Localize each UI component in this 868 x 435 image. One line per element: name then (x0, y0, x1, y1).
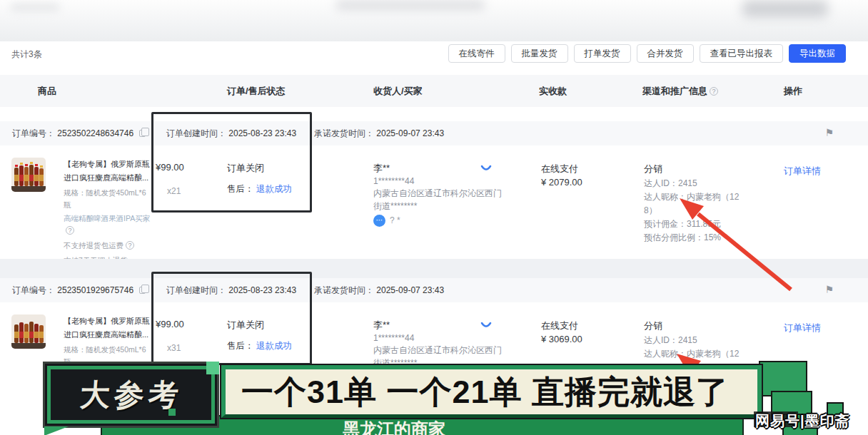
info-icon[interactable]: ? (710, 87, 718, 96)
talent-name: 达人昵称：内蒙老狗（12 (644, 190, 767, 204)
order-number-value: 2523501929675746 (57, 285, 133, 295)
col-header-action: 操作 (784, 85, 802, 98)
im-icon[interactable] (480, 321, 492, 334)
buyer-address: 内蒙古自治区通辽市科尔沁区西门 (373, 188, 541, 200)
product-info: 【老狗专属】俄罗斯原瓶进口疯狂麋鹿高端精酿... 规格：随机发货450mL*6瓶… (64, 158, 151, 267)
col-header-paid: 实收款 (539, 85, 567, 98)
col-header-channel: 渠道和推广信息? (642, 85, 718, 98)
order-2-number: 订单编号： 2523501929675746 (12, 285, 146, 297)
order-number-label: 订单编号： (12, 128, 55, 138)
talent-id: 达人ID：2415 (644, 177, 767, 190)
buyer-name: 李** (373, 163, 390, 173)
shop-tag-label: 高端精酿啤酒果酒IPA买家 (64, 214, 150, 222)
product-info: 【老狗专属】俄罗斯原瓶进口疯狂麋鹿高端精酿... 规格：随机发货450mL*6瓶 (64, 314, 151, 368)
col-header-product: 商品 (38, 85, 56, 98)
col-header-status: 订单/售后状态 (227, 85, 286, 98)
export-data-button[interactable]: 导出数据 (789, 44, 846, 63)
buyer-extra: ? * (390, 215, 400, 227)
payment-cell: 在线支付 ¥ 3069.00 (541, 319, 582, 346)
flag-icon[interactable]: ⚑ (824, 127, 834, 138)
bottles-thumbnail (11, 314, 46, 349)
promise-time-value: 2025-09-07 23:43 (376, 128, 444, 138)
payment-cell: 在线支付 ¥ 2079.00 (541, 162, 582, 189)
product-image[interactable] (11, 158, 46, 192)
order-management-screenshot: 共计3条 在线寄件 批量发货 打单发货 合并发货 查看已导出报表 导出数据 商品… (0, 0, 868, 435)
online-shipping-button[interactable]: 在线寄件 (448, 44, 505, 63)
order-detail-link[interactable]: 订单详情 (784, 322, 821, 334)
channel-cell: 分销 达人ID：2415 达人昵称：内蒙老狗（12 (644, 319, 767, 361)
payment-amount: ¥ 3069.00 (541, 332, 582, 346)
speaker-label: 黑龙江的商家 (343, 418, 445, 435)
banner-step-decor (760, 362, 806, 395)
copy-icon[interactable] (139, 287, 146, 294)
promise-time-value: 2025-09-07 23:43 (376, 285, 444, 295)
buyer-phone: 1********44 (373, 175, 541, 188)
order-1-body: 【老狗专属】俄罗斯原瓶进口疯狂麋鹿高端精酿... 规格：随机发货450mL*6瓶… (0, 145, 868, 259)
merge-ship-button[interactable]: 合并发货 (637, 44, 694, 63)
highlight-box-order-1 (151, 112, 312, 213)
col-header-buyer: 收货人/买家 (373, 85, 423, 98)
print-ship-button[interactable]: 打单发货 (574, 44, 631, 63)
order-2-promise: 承诺发货时间： 2025-09-07 23:43 (314, 285, 444, 297)
buyer-name: 李** (373, 319, 390, 330)
commission-ratio: 预估分佣比例：15% (644, 231, 767, 245)
buyer-name-row: 李** (373, 162, 541, 175)
buyer-phone: 1********44 (373, 332, 541, 345)
blur-smudge (742, 0, 828, 17)
channel-type: 分销 (644, 162, 767, 175)
product-spec: 规格：随机发货450mL*6瓶 (64, 187, 151, 211)
channel-type: 分销 (644, 319, 767, 332)
video-blur-bar (0, 0, 868, 41)
order-detail-link[interactable]: 订单详情 (784, 165, 821, 178)
show-logo-frame: 大参考 (47, 366, 215, 424)
order-1-number: 订单编号： 2523502248634746 (12, 128, 146, 140)
bottles-thumbnail (11, 158, 46, 192)
product-policy-freight: 不支持退货包运费? (64, 240, 151, 252)
blur-smudge (10, 3, 60, 11)
buyer-chat-row: ⋯ ? * (373, 215, 541, 227)
order-1-promise: 承诺发货时间： 2025-09-07 23:43 (314, 128, 444, 140)
order-1-product-cell: 【老狗专属】俄罗斯原瓶进口疯狂麋鹿高端精酿... 规格：随机发货450mL*6瓶… (0, 145, 151, 259)
batch-ship-button[interactable]: 批量发货 (511, 44, 568, 63)
policy-freight-label: 不支持退货包运费 (64, 241, 123, 250)
logo-green-accent (206, 362, 219, 374)
buyer-address: 内蒙古自治区通辽市科尔沁区西门 (373, 344, 541, 357)
channel-cell: 分销 达人ID：2415 达人昵称：内蒙老狗（12 8） 预计佣金：311.85… (644, 162, 767, 245)
col-header-channel-label: 渠道和推广信息 (642, 86, 707, 96)
blur-smudge (335, 0, 485, 10)
im-icon[interactable] (480, 164, 492, 177)
buyer-cell: 李** 1********44 内蒙古自治区通辽市科尔沁区西门 街道******… (373, 319, 541, 369)
order-2-header: 订单编号： 2523501929675746 订单创建时间： 2025-08-2… (0, 278, 868, 302)
highlight-box-order-2 (151, 272, 312, 365)
netease-watermark: 网易号|墨印斋 (755, 411, 850, 431)
logo-triangle-decor (44, 426, 69, 435)
talent-name: 达人昵称：内蒙老狗（12 (644, 347, 767, 361)
chat-icon[interactable]: ⋯ (373, 215, 385, 227)
promise-time-label: 承诺发货时间： (314, 285, 374, 295)
copy-icon[interactable] (139, 130, 146, 137)
show-logo: 大参考 (43, 362, 219, 428)
flag-icon[interactable]: ⚑ (824, 284, 834, 295)
logo-green-accent (168, 409, 176, 416)
buyer-cell: 李** 1********44 内蒙古自治区通辽市科尔沁区西门 街道******… (373, 162, 541, 227)
order-number-label: 订单编号： (12, 285, 55, 295)
subtitle-text: 一个31单 一个21单 直播完就退了 (241, 371, 729, 414)
info-icon[interactable]: ? (66, 226, 74, 235)
subtitle-banner: 一个31单 一个21单 直播完就退了 (221, 365, 762, 418)
payment-amount: ¥ 2079.00 (541, 175, 582, 189)
talent-id: 达人ID：2415 (644, 334, 767, 347)
buyer-street: 街道******** (373, 200, 541, 213)
product-title[interactable]: 【老狗专属】俄罗斯原瓶进口疯狂麋鹿高端精酿... (64, 314, 151, 342)
product-image[interactable] (11, 314, 46, 349)
product-title[interactable]: 【老狗专属】俄罗斯原瓶进口疯狂麋鹿高端精酿... (64, 158, 151, 185)
table-header-row: 商品 订单/售后状态 收货人/买家 实收款 渠道和推广信息? 操作 (0, 75, 868, 107)
view-exported-reports-button[interactable]: 查看已导出报表 (700, 44, 784, 63)
payment-method: 在线支付 (541, 162, 582, 175)
info-icon[interactable]: ? (126, 241, 134, 250)
order-1-header: 订单编号： 2523502248634746 订单创建时间： 2025-08-2… (0, 121, 868, 145)
total-count-label: 共计3条 (11, 48, 42, 61)
payment-method: 在线支付 (541, 319, 582, 332)
toolbar: 在线寄件 批量发货 打单发货 合并发货 查看已导出报表 导出数据 (448, 44, 847, 63)
talent-name-wrap: 8） (644, 204, 767, 218)
product-shop-tag: 高端精酿啤酒果酒IPA买家? (64, 213, 151, 237)
